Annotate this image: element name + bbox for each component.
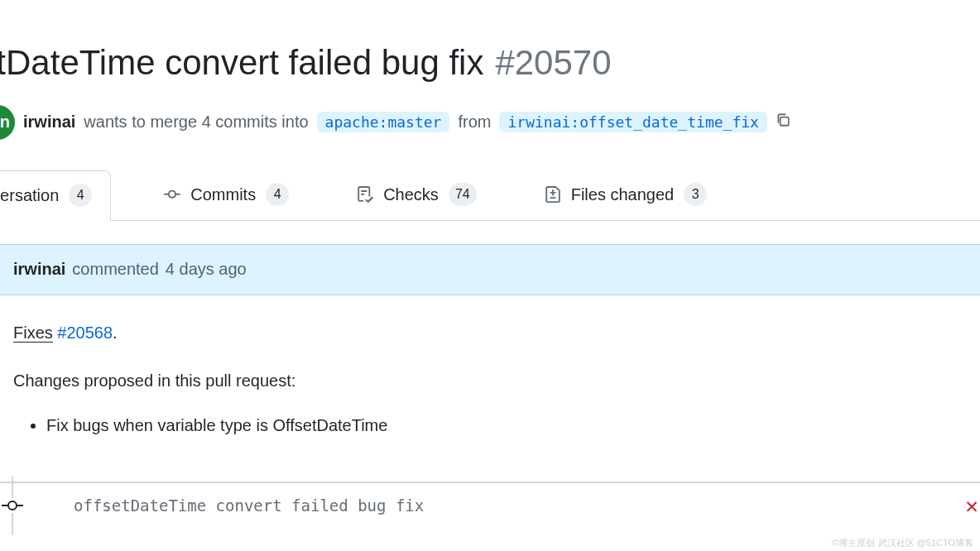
commits-count: 4 [266, 183, 289, 206]
pr-title: etDateTime convert failed bug fix [0, 41, 483, 85]
checklist-icon [357, 186, 373, 203]
pr-title-row: etDateTime convert failed bug fix #20570 [0, 41, 980, 85]
svg-rect-0 [781, 117, 789, 126]
pr-author[interactable]: irwinai [23, 113, 75, 132]
fixes-line: Fixes #20568. [13, 319, 967, 347]
checks-count: 74 [449, 183, 477, 206]
commit-message[interactable]: offsetDateTime convert failed bug fix [74, 496, 424, 515]
head-branch[interactable]: irwinai:offset_date_time_fix [499, 112, 766, 132]
file-diff-icon [545, 186, 561, 203]
pr-tabs: nversation 4 Commits 4 Checks 74 Files c… [0, 170, 980, 221]
state-badge-open: n [0, 105, 15, 140]
pr-meta-row: n irwinai wants to merge 4 commits into … [0, 105, 980, 140]
tab-files-changed[interactable]: Files changed 3 [530, 170, 723, 220]
fixes-link[interactable]: #20568 [57, 323, 113, 342]
comment-time[interactable]: 4 days ago [166, 260, 247, 279]
copy-icon[interactable] [776, 113, 790, 132]
base-branch[interactable]: apache:master [317, 112, 450, 132]
close-icon[interactable]: ✕ [965, 493, 978, 518]
git-commit-icon [7, 501, 17, 510]
tab-commits[interactable]: Commits 4 [149, 170, 304, 220]
timeline-commit-row[interactable]: offsetDateTime convert failed bug fix ✕ [0, 482, 980, 528]
comment-action: commented [72, 260, 159, 279]
pr-number: #20570 [495, 41, 611, 85]
tab-checks[interactable]: Checks 74 [342, 170, 492, 220]
watermark: ©博主原创 武汉社区 @51CTO博客 [832, 537, 973, 549]
conversation-count: 4 [69, 184, 92, 207]
git-commit-icon [164, 186, 180, 203]
files-count: 3 [684, 183, 707, 206]
tab-conversation[interactable]: nversation 4 [0, 170, 111, 221]
comment-author[interactable]: irwinai [13, 260, 65, 279]
merge-text: wants to merge 4 commits into [84, 113, 308, 132]
comment-body: Fixes #20568. Changes proposed in this p… [0, 295, 980, 464]
change-bullet: Fix bugs when variable type is OffsetDat… [46, 411, 967, 439]
comment-header: irwinai commented 4 days ago [0, 244, 980, 295]
changes-heading: Changes proposed in this pull request: [13, 367, 967, 395]
from-text: from [458, 113, 491, 132]
